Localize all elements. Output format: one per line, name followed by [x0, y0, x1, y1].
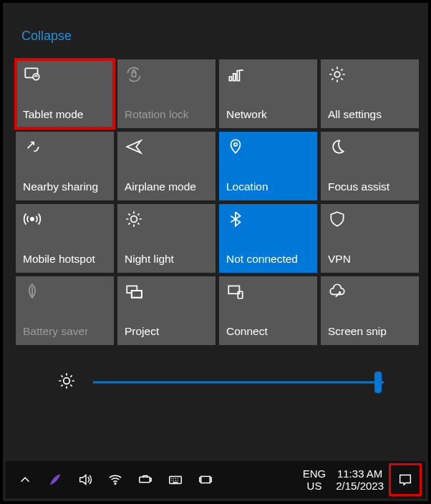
brightness-icon [57, 372, 76, 393]
project-icon [125, 282, 143, 301]
language-top: ENG [303, 467, 326, 480]
collapse-link[interactable]: Collapse [21, 29, 72, 44]
svg-rect-20 [201, 476, 210, 483]
svg-point-16 [115, 483, 116, 485]
svg-point-15 [64, 378, 70, 384]
svg-rect-22 [210, 478, 211, 482]
action-center-panel: Collapse Tablet mode Rotation lock Netwo… [3, 3, 428, 395]
svg-rect-4 [233, 74, 236, 81]
moon-icon [328, 137, 347, 156]
slider-thumb[interactable] [374, 372, 382, 393]
svg-rect-18 [150, 478, 151, 481]
svg-rect-11 [132, 291, 142, 298]
tile-location[interactable]: Location [219, 132, 317, 200]
tile-label: Screen snip [328, 325, 412, 338]
svg-rect-3 [229, 77, 231, 80]
tile-label: Mobile hotspot [23, 253, 107, 266]
svg-point-7 [234, 143, 237, 146]
tile-label: Night light [125, 253, 208, 266]
tile-label: Not connected [226, 253, 310, 266]
svg-point-8 [31, 218, 34, 220]
quick-actions-grid: Tablet mode Rotation lock Network All se… [16, 59, 420, 345]
tile-label: VPN [328, 253, 412, 266]
tile-project[interactable]: Project [117, 276, 216, 345]
tile-label: Focus assist [328, 180, 412, 193]
tile-connect[interactable]: Connect [219, 276, 317, 345]
hotspot-icon [23, 210, 42, 228]
tile-all-settings[interactable]: All settings [321, 59, 419, 128]
volume-icon[interactable] [77, 472, 93, 488]
svg-point-1 [33, 74, 39, 80]
svg-rect-2 [132, 72, 135, 77]
system-tray [17, 472, 213, 488]
tile-battery-saver[interactable]: Battery saver [16, 276, 114, 345]
svg-rect-21 [200, 478, 201, 482]
airplane-icon [125, 137, 143, 156]
network-icon [226, 65, 245, 84]
tile-mobile-hotspot[interactable]: Mobile hotspot [16, 204, 114, 273]
tile-label: Battery saver [23, 325, 107, 338]
brightness-slider[interactable] [93, 369, 384, 395]
leaf-icon [23, 282, 42, 301]
tile-nearby-sharing[interactable]: Nearby sharing [16, 132, 114, 200]
svg-rect-14 [238, 291, 243, 299]
tile-network[interactable]: Network [219, 59, 317, 128]
wifi-icon[interactable] [107, 472, 123, 488]
tile-label: Tablet mode [23, 108, 107, 121]
tile-screen-snip[interactable]: Screen snip [321, 276, 419, 345]
battery-charging-icon[interactable] [137, 472, 153, 488]
sun-icon [125, 210, 143, 228]
nearby-sharing-icon [23, 137, 42, 156]
windows-ink-icon[interactable] [47, 472, 63, 488]
notification-icon [397, 472, 413, 488]
location-pin-icon [226, 137, 245, 156]
svg-point-9 [131, 216, 137, 223]
taskbar: ENG US 11:33 AM 2/15/2023 [6, 461, 425, 498]
svg-rect-17 [140, 477, 150, 482]
language-bottom: US [303, 480, 326, 492]
touch-keyboard-icon[interactable] [168, 472, 183, 488]
clock[interactable]: 11:33 AM 2/15/2023 [336, 467, 384, 492]
brightness-row [57, 369, 412, 395]
clock-time: 11:33 AM [336, 467, 384, 480]
tile-label: Nearby sharing [23, 180, 107, 193]
tile-label: Connect [226, 325, 310, 338]
tile-night-light[interactable]: Night light [117, 204, 216, 273]
tile-label: Project [125, 325, 208, 338]
task-view-icon[interactable] [198, 472, 213, 488]
vpn-shield-icon [328, 210, 347, 228]
tile-airplane-mode[interactable]: Airplane mode [117, 132, 216, 200]
tile-bluetooth[interactable]: Not connected [219, 204, 317, 273]
connect-icon [226, 282, 245, 301]
tile-label: Airplane mode [125, 180, 208, 193]
slider-track [93, 382, 384, 384]
tile-label: All settings [328, 108, 412, 121]
tile-tablet-mode[interactable]: Tablet mode [16, 59, 114, 128]
bluetooth-icon [226, 210, 245, 228]
clock-date: 2/15/2023 [336, 480, 384, 492]
tile-rotation-lock[interactable]: Rotation lock [117, 59, 216, 128]
tile-label: Location [226, 180, 310, 193]
tile-label: Network [226, 108, 310, 121]
tablet-mode-icon [23, 65, 42, 84]
rotation-lock-icon [125, 65, 143, 84]
tray-overflow-chevron-icon[interactable] [17, 472, 33, 488]
svg-point-6 [334, 72, 340, 77]
snip-cloud-icon [328, 282, 347, 301]
tile-focus-assist[interactable]: Focus assist [321, 132, 419, 200]
settings-gear-icon [328, 65, 347, 84]
tile-vpn[interactable]: VPN [321, 204, 419, 273]
language-indicator[interactable]: ENG US [303, 467, 326, 492]
svg-rect-5 [237, 71, 239, 81]
tile-label: Rotation lock [125, 108, 208, 121]
action-center-button[interactable] [391, 465, 420, 494]
